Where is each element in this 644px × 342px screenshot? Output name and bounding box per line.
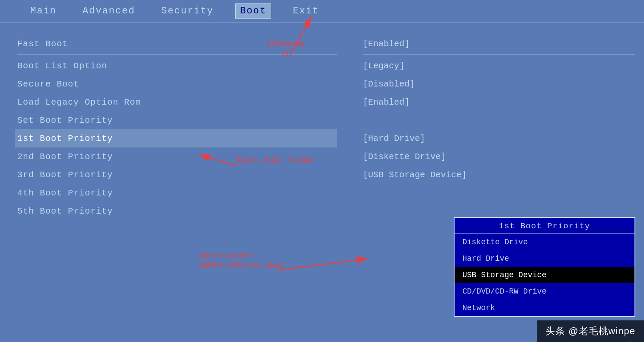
value-2nd-boot-priority: [Diskette Drive] bbox=[363, 147, 635, 166]
menu-boot[interactable]: Boot bbox=[235, 3, 271, 19]
divider bbox=[17, 54, 337, 55]
bios-screen: Main Advanced Security Boot Exit Fast Bo… bbox=[0, 0, 644, 342]
popup-item-diskette[interactable]: Diskette Drive bbox=[455, 234, 634, 250]
popup-title: 1st Boot Priority bbox=[455, 218, 634, 234]
setting-set-boot-priority[interactable]: Set Boot Priority bbox=[17, 111, 337, 129]
menu-advanced[interactable]: Advanced bbox=[78, 4, 140, 18]
content-area: Fast Boot Boot List Option Secure Boot L… bbox=[0, 22, 644, 342]
value-boot-list-option: [Legacy] bbox=[363, 57, 635, 75]
setting-1st-boot-priority[interactable]: 1st Boot Priority bbox=[15, 129, 337, 147]
value-set-boot-priority bbox=[363, 111, 635, 129]
popup-item-cddvd[interactable]: CD/DVD/CD-RW Drive bbox=[455, 283, 634, 300]
left-panel: Fast Boot Boot List Option Secure Boot L… bbox=[0, 22, 354, 342]
popup-item-usb[interactable]: USB Storage Device bbox=[455, 267, 634, 283]
right-divider bbox=[363, 54, 635, 55]
value-1st-boot-priority: [Hard Drive] bbox=[363, 129, 635, 147]
value-3rd-boot-priority: [USB Storage Device] bbox=[363, 166, 635, 184]
setting-secure-boot[interactable]: Secure Boot bbox=[17, 75, 337, 93]
setting-4th-boot-priority[interactable]: 4th Boot Priority bbox=[17, 184, 337, 202]
setting-load-legacy[interactable]: Load Legacy Option Rom bbox=[17, 93, 337, 111]
value-load-legacy: [Enabled] bbox=[363, 93, 635, 111]
value-secure-boot: [Disabled] bbox=[363, 75, 635, 93]
popup-item-network[interactable]: Network bbox=[455, 300, 634, 316]
setting-5th-boot-priority[interactable]: 5th Boot Priority bbox=[17, 202, 337, 220]
popup-boot-priority: 1st Boot Priority Diskette Drive Hard Dr… bbox=[454, 217, 635, 317]
setting-fast-boot[interactable]: Fast Boot bbox=[17, 35, 337, 53]
value-fast-boot: [Enabled] bbox=[363, 35, 635, 53]
setting-3rd-boot-priority[interactable]: 3rd Boot Priority bbox=[17, 166, 337, 184]
popup-item-hard-drive[interactable]: Hard Drive bbox=[455, 250, 634, 267]
setting-boot-list-option[interactable]: Boot List Option bbox=[17, 57, 337, 75]
menu-security[interactable]: Security bbox=[157, 4, 218, 18]
menu-exit[interactable]: Exit bbox=[288, 4, 324, 18]
top-menu-bar: Main Advanced Security Boot Exit bbox=[0, 0, 644, 22]
menu-main[interactable]: Main bbox=[26, 4, 61, 18]
setting-2nd-boot-priority[interactable]: 2nd Boot Priority bbox=[17, 147, 337, 166]
watermark: 头条 @老毛桃winpe bbox=[537, 320, 644, 342]
